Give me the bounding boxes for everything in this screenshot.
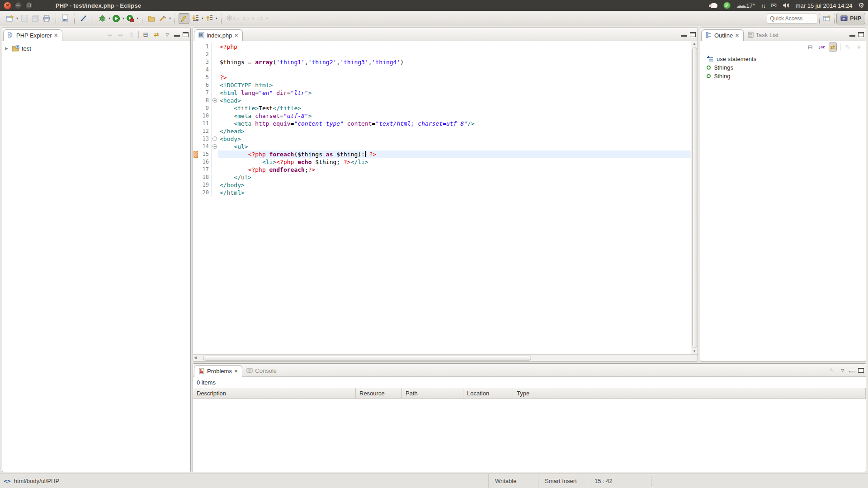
print-button[interactable] [41, 13, 52, 24]
mark-occurrences-toggle[interactable] [179, 13, 189, 24]
sort-icon[interactable]: ↓az [817, 42, 826, 52]
tab-console[interactable]: Console [242, 365, 281, 376]
back-history-button[interactable]: ⇦ [241, 13, 251, 24]
code-text[interactable]: <body> [218, 135, 691, 143]
external-tools-dropdown[interactable]: ▾ [169, 16, 171, 20]
code-line[interactable]: 11 <meta http-equiv="content-type" conte… [193, 120, 691, 127]
php-perspective-button[interactable]: P PHP [836, 13, 865, 24]
profile-button[interactable] [125, 13, 136, 24]
column-header-description[interactable]: Description [193, 388, 356, 399]
code-text[interactable]: </ul> [218, 174, 691, 181]
code-text[interactable]: <head> [218, 97, 691, 104]
new-wizard-button[interactable] [5, 13, 15, 24]
code-text[interactable]: <?php foreach($things as $thing): ?> [218, 150, 691, 158]
maximize-outline-button[interactable] [858, 32, 864, 37]
code-line[interactable]: 15 <?php foreach($things as $thing): ?> [193, 150, 691, 158]
quick-access-input[interactable] [767, 14, 817, 23]
sheep-indicator-icon[interactable] [710, 3, 717, 8]
save-all-button[interactable] [30, 13, 41, 24]
code-line[interactable]: 20</html> [193, 189, 691, 197]
run-dropdown[interactable]: ▾ [123, 16, 124, 20]
close-icon[interactable]: ✕ [234, 369, 238, 374]
code-line[interactable]: 17 <?php endforeach;?> [193, 166, 691, 174]
weather-indicator[interactable]: ☁☁ 17° [736, 2, 755, 9]
close-icon[interactable]: ✕ [735, 33, 739, 38]
code-text[interactable]: <html lang="en" dir="ltr"> [218, 89, 691, 97]
run-button[interactable] [111, 13, 122, 24]
column-header-path[interactable]: Path [402, 388, 463, 399]
code-text[interactable]: <ul> [218, 143, 691, 150]
fold-collapse-icon[interactable]: − [212, 136, 217, 141]
code-line[interactable]: 4 [193, 66, 691, 74]
back-history-dropdown[interactable]: ▾ [252, 16, 254, 20]
debug-dropdown[interactable]: ▾ [108, 16, 110, 20]
code-text[interactable]: <li><?php echo $thing; ?></li> [218, 158, 691, 166]
outline-item[interactable]: use statements [707, 55, 866, 63]
insert-mode-status[interactable]: Smart Insert [538, 474, 588, 488]
edit-marker-button[interactable] [78, 13, 89, 24]
code-text[interactable]: <title>Test</title> [218, 104, 691, 112]
session-gear-icon[interactable]: ⚙ [859, 1, 864, 9]
tab-outline[interactable]: Outline ✕ [701, 29, 744, 41]
outline-item[interactable]: $things [707, 63, 866, 72]
view-menu-icon[interactable]: ▽ [163, 30, 171, 39]
problems-focus-icon[interactable] [828, 366, 836, 375]
expand-arrow-icon[interactable]: ▶ [5, 46, 9, 51]
occurrence-marker[interactable] [193, 151, 198, 158]
problems-view-menu-icon[interactable]: ▽ [839, 366, 847, 375]
column-header-type[interactable]: Type [513, 388, 866, 399]
close-icon[interactable]: ✕ [234, 33, 238, 38]
code-line[interactable]: 18 </ul> [193, 174, 691, 181]
code-text[interactable]: <?php [218, 43, 691, 51]
code-text[interactable]: </body> [218, 181, 691, 189]
collapse-all-icon[interactable]: ⊟ [142, 30, 150, 39]
code-line[interactable]: 7<html lang="en" dir="ltr"> [193, 89, 691, 97]
next-annotation-dropdown[interactable]: ▾ [202, 16, 203, 20]
code-text[interactable]: $things = array('thing1','thing2','thing… [218, 58, 691, 66]
external-tools-button[interactable] [157, 13, 168, 24]
fold-collapse-icon[interactable]: − [212, 144, 217, 149]
outline-link-with-editor-icon[interactable]: ⇄ [829, 42, 837, 52]
tab-task-list[interactable]: Task List [744, 29, 783, 41]
window-minimize-button[interactable]: — [14, 2, 22, 9]
network-indicator-icon[interactable]: ↑↓ [761, 2, 765, 9]
code-line[interactable]: 2 [193, 51, 691, 58]
code-line[interactable]: 9 <title>Test</title> [193, 104, 691, 112]
maximize-problems-button[interactable] [858, 368, 864, 373]
hscroll-thumb[interactable] [203, 356, 531, 361]
tab-problems[interactable]: Problems ✕ [194, 365, 242, 377]
link-with-editor-icon[interactable]: ⇄ [152, 30, 160, 39]
minimize-editor-button[interactable] [681, 35, 687, 37]
minimize-problems-button[interactable] [849, 371, 855, 372]
code-text[interactable]: </html> [218, 189, 691, 197]
mail-indicator-icon[interactable]: ✉ [771, 1, 777, 9]
binary-file-button[interactable]: 010 [60, 13, 71, 24]
last-edit-location-button[interactable]: ✻⇦ [225, 13, 240, 24]
code-text[interactable]: <meta http-equiv="content-type" content=… [218, 120, 691, 127]
fold-collapse-icon[interactable]: − [212, 98, 217, 103]
code-text[interactable] [218, 66, 691, 74]
problems-table-body[interactable] [193, 399, 866, 472]
code-line[interactable]: 3$things = array('thing1','thing2','thin… [193, 58, 691, 66]
vscroll-thumb[interactable] [692, 47, 697, 348]
online-status-icon[interactable]: ✓ [723, 2, 731, 9]
explorer-up-button[interactable]: ⇧ [127, 30, 136, 39]
code-line[interactable]: 8−<head> [193, 97, 691, 104]
code-text[interactable]: <!DOCTYPE html> [218, 81, 691, 89]
column-header-resource[interactable]: Resource [356, 388, 402, 399]
explorer-item[interactable]: ▶Ptest [5, 44, 190, 53]
code-line[interactable]: 13−<body> [193, 135, 691, 143]
editor-horizontal-scrollbar[interactable]: ◀ [193, 354, 698, 361]
previous-annotation-button[interactable] [204, 13, 215, 24]
open-resource-button[interactable] [146, 13, 157, 24]
explorer-back-button[interactable]: ⇦ [106, 30, 114, 39]
focus-icon[interactable] [844, 42, 852, 52]
editor-vertical-scrollbar[interactable]: ▲ ▼ [691, 41, 698, 354]
tab-php-explorer[interactable]: PHP Explorer ✕ [3, 29, 62, 41]
minimize-view-button[interactable] [174, 35, 180, 37]
code-line[interactable]: 1<?php [193, 43, 691, 51]
code-line[interactable]: 19</body> [193, 181, 691, 189]
column-header-location[interactable]: Location [463, 388, 513, 399]
code-text[interactable]: ?> [218, 74, 691, 81]
code-line[interactable]: 12</head> [193, 127, 691, 135]
